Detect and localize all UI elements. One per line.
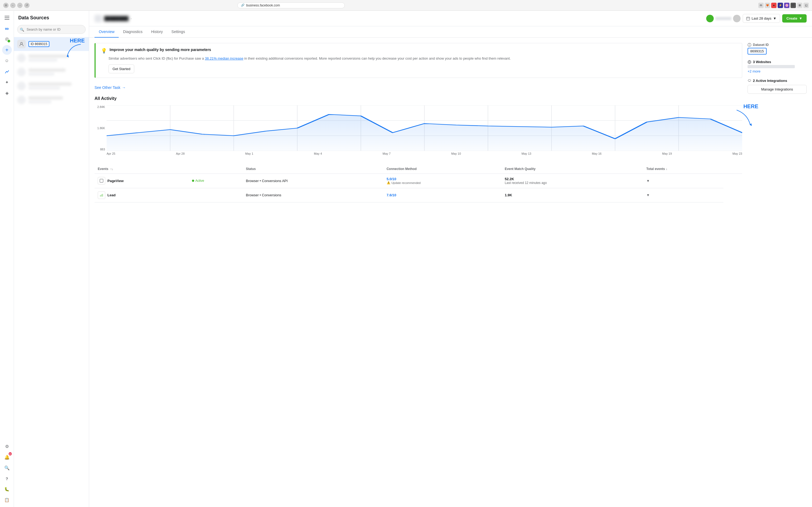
item-info-2 bbox=[28, 55, 85, 61]
tab-overview[interactable]: Overview bbox=[95, 26, 119, 38]
chart-x-label-8: May 16 bbox=[592, 152, 601, 159]
events-sort-icon[interactable]: ↑↓ bbox=[110, 167, 113, 171]
sidebar-toggle-btn[interactable]: ⊞ bbox=[3, 3, 9, 8]
event-icon-1 bbox=[98, 177, 105, 184]
content-area: 💡 Improve your match quality by sending … bbox=[89, 38, 812, 507]
svg-point-22 bbox=[749, 44, 750, 45]
sidebar-book-icon[interactable]: 📋 bbox=[2, 495, 12, 505]
expand-icon-1[interactable]: ▼ bbox=[646, 179, 650, 183]
sidebar-bug-icon[interactable]: 🐛 bbox=[2, 485, 12, 494]
get-started-btn[interactable]: Get Started bbox=[109, 64, 134, 73]
user-name-blurred bbox=[715, 17, 732, 20]
chart-y-label-2: 1.86K bbox=[97, 126, 105, 130]
banner-title: Improve your match quality by sending mo… bbox=[110, 48, 211, 52]
chart-x-label-9: May 19 bbox=[662, 152, 672, 159]
events-col-label: Events bbox=[98, 167, 108, 171]
expand-cell-2: ▼ bbox=[643, 188, 723, 202]
ext-icon-6: 🛡 bbox=[791, 3, 796, 8]
match-quality-score-1: 5.0/10 bbox=[387, 177, 499, 181]
sidebar-home-icon[interactable] bbox=[2, 35, 12, 44]
list-item[interactable] bbox=[14, 65, 89, 79]
browser-controls: ⊞ ← → ↺ bbox=[3, 3, 30, 8]
list-item[interactable] bbox=[14, 93, 89, 107]
total-events-cell-2: 1.9K bbox=[502, 188, 643, 202]
svg-rect-20 bbox=[100, 179, 103, 182]
chart-x-labels: Apr 25 Apr 28 May 1 May 4 May 7 May 10 M… bbox=[107, 152, 742, 159]
sidebar-gift-icon[interactable]: ◈ bbox=[2, 88, 12, 98]
websites-count: 3 Websites bbox=[753, 60, 771, 64]
create-btn[interactable]: Create ▼ bbox=[782, 14, 807, 22]
sidebar-help-icon[interactable]: ? bbox=[2, 474, 12, 484]
browser-chrome: ⊞ ← → ↺ 🔗 business.facebook.com m 🦊 ● ⚡ … bbox=[0, 0, 812, 11]
dataset-id-value: 8699315 bbox=[748, 48, 767, 55]
back-btn[interactable]: ← bbox=[10, 3, 15, 8]
sidebar-meta-logo[interactable]: ∞ bbox=[2, 23, 12, 33]
link-icon: 🔗 bbox=[241, 3, 245, 7]
manage-integrations-btn[interactable]: Manage Integrations bbox=[748, 85, 807, 94]
list-item[interactable] bbox=[14, 79, 89, 93]
sidebar-notifications-icon[interactable]: 🔔 12 bbox=[2, 452, 12, 462]
update-label-1: Update recommended bbox=[392, 181, 421, 184]
sidebar-settings-icon[interactable]: ⚙ bbox=[2, 442, 12, 451]
avatar-green bbox=[706, 15, 714, 22]
expand-icon-2[interactable]: ▼ bbox=[646, 193, 650, 197]
event-status-cell-1: Active bbox=[189, 173, 242, 188]
chart-container: 2.84K 1.86K 883 bbox=[95, 105, 742, 159]
forward-btn[interactable]: → bbox=[17, 3, 22, 8]
ext-icon-3: ● bbox=[771, 3, 776, 8]
see-other-task-link[interactable]: See Other Task → bbox=[95, 83, 742, 92]
refresh-btn[interactable]: ↺ bbox=[24, 3, 30, 8]
list-item[interactable] bbox=[14, 51, 89, 65]
ext-icon-7: ⊞ bbox=[797, 3, 802, 8]
sidebar-menu-icon[interactable] bbox=[2, 13, 12, 22]
chart-svg bbox=[107, 105, 742, 151]
item-icon-1 bbox=[17, 40, 26, 48]
right-panel: Dataset ID 8699315 3 Websites +2 more bbox=[748, 43, 807, 502]
update-recommended-1: ⚠️ Update recommended bbox=[387, 181, 499, 184]
chart-x-label-10: May 23 bbox=[733, 152, 742, 159]
integrations-count: 2 Active Integrations bbox=[753, 79, 787, 83]
banner-text: Similar advertisers who sent Click ID (f… bbox=[109, 56, 737, 61]
warning-icon-1: ⚠️ bbox=[387, 181, 391, 184]
item-icon-3 bbox=[17, 68, 26, 76]
chart-x-label-1: Apr 25 bbox=[107, 152, 115, 159]
search-input[interactable] bbox=[17, 25, 85, 34]
data-list: ID 8699315 bbox=[14, 36, 89, 507]
events-col-header: Events ↑↓ bbox=[95, 164, 189, 174]
chart-x-label-2: Apr 28 bbox=[176, 152, 184, 159]
connection-col-header: Connection Method bbox=[384, 164, 502, 174]
address-text: business.facebook.com bbox=[246, 3, 280, 7]
websites-label: 3 Websites bbox=[748, 60, 807, 64]
see-other-label: See Other Task bbox=[95, 86, 120, 90]
browser-extensions: m 🦊 ● ⚡ 🌸 🛡 ⊞ ◱ bbox=[758, 3, 809, 8]
chart-title: All Activity bbox=[95, 96, 742, 101]
tab-diagnostics[interactable]: Diagnostics bbox=[119, 26, 147, 38]
websites-more-link[interactable]: +2 more bbox=[748, 69, 760, 73]
address-bar[interactable]: 🔗 business.facebook.com bbox=[237, 2, 345, 8]
sidebar-search-icon[interactable]: 🔍 bbox=[2, 463, 12, 472]
date-picker-btn[interactable]: Last 28 days ▼ bbox=[743, 14, 780, 23]
chart-x-label-7: May 13 bbox=[521, 152, 531, 159]
list-item[interactable]: ID 8699315 bbox=[14, 37, 89, 51]
last-received-1: Last received 12 minutes ago bbox=[505, 181, 640, 185]
sidebar-add-icon[interactable]: + bbox=[2, 45, 12, 55]
sidebar-star-icon[interactable]: ✦ bbox=[2, 77, 12, 87]
ext-icon-2: 🦊 bbox=[765, 3, 770, 8]
sidebar-analytics-icon[interactable] bbox=[2, 67, 12, 76]
match-quality-cell-1: 5.0/10 ⚠️ Update recommended bbox=[384, 173, 502, 188]
tab-history[interactable]: History bbox=[147, 26, 167, 38]
item-info-5 bbox=[28, 97, 85, 103]
status-dot-1 bbox=[192, 180, 194, 182]
see-other-arrow: → bbox=[122, 86, 126, 90]
date-picker-chevron: ▼ bbox=[773, 16, 776, 20]
banner-highlight-link[interactable]: 38.21% median increase bbox=[205, 56, 243, 60]
sidebar-emoji-icon[interactable]: ☺ bbox=[2, 56, 12, 65]
tab-settings[interactable]: Settings bbox=[167, 26, 189, 38]
dataset-id-label: Dataset ID bbox=[748, 43, 807, 47]
item-icon-4 bbox=[17, 81, 26, 90]
match-score-2: 7.6/10 bbox=[387, 193, 396, 197]
item-id-box: ID 8699315 bbox=[28, 41, 49, 47]
total-sort-icon[interactable]: ↓ bbox=[666, 167, 668, 171]
chart-x-label-4: May 4 bbox=[314, 152, 322, 159]
match-score-1: 5.0/10 bbox=[387, 177, 396, 181]
